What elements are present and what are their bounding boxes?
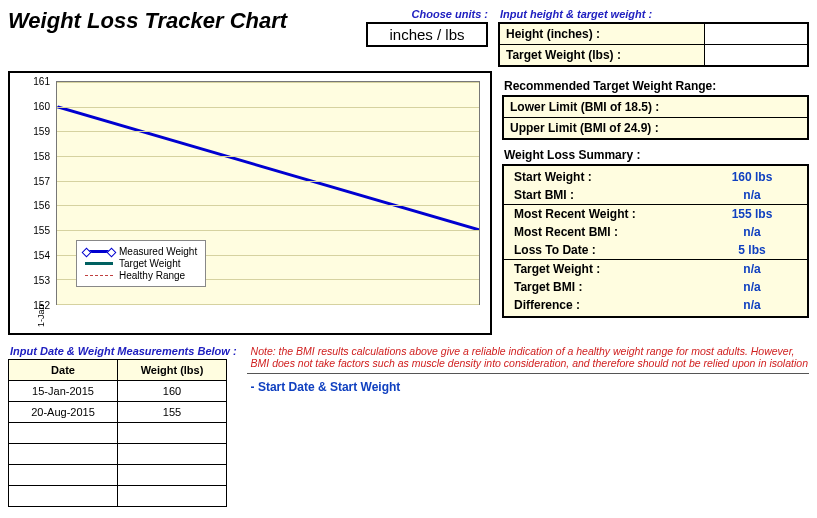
legend-swatch-range	[85, 275, 113, 276]
y-tick: 154	[10, 250, 50, 261]
target-weight-label: Target Weight (lbs) :	[500, 45, 704, 65]
start-date-arrow-label: - Start Date & Start Weight	[251, 380, 809, 394]
y-tick: 156	[10, 200, 50, 211]
summary-value-3: n/a	[707, 225, 797, 239]
cell-weight[interactable]	[118, 465, 227, 486]
chart-legend: Measured Weight Target Weight Healthy Ra…	[76, 240, 206, 287]
y-tick: 161	[10, 76, 50, 87]
cell-date[interactable]: 15-Jan-2015	[9, 381, 118, 402]
table-row: 20-Aug-2015155	[9, 402, 227, 423]
y-tick: 158	[10, 150, 50, 161]
page-title: Weight Loss Tracker Chart	[8, 8, 348, 34]
summary-box: Start Weight :160 lbs Start BMI :n/a Mos…	[502, 164, 809, 318]
table-row	[9, 423, 227, 444]
summary-value-5: n/a	[707, 262, 797, 276]
summary-label-2: Most Recent Weight :	[514, 207, 707, 221]
table-row	[9, 486, 227, 507]
cell-date[interactable]	[9, 423, 118, 444]
divider	[247, 373, 809, 374]
summary-label-4: Loss To Date :	[514, 243, 707, 257]
cell-weight[interactable]	[118, 486, 227, 507]
summary-value-4: 5 lbs	[707, 243, 797, 257]
lower-limit-label: Lower Limit (BMI of 18.5) :	[504, 97, 807, 118]
bmi-note: Note: the BMI results calculations above…	[251, 345, 809, 369]
y-tick: 159	[10, 125, 50, 136]
summary-section-head: Weight Loss Summary :	[504, 148, 809, 162]
cell-weight[interactable]: 155	[118, 402, 227, 423]
table-row	[9, 444, 227, 465]
height-target-box: Height (inches) : Target Weight (lbs) :	[498, 22, 809, 67]
y-tick: 152	[10, 300, 50, 311]
legend-label-0: Measured Weight	[119, 246, 197, 257]
legend-swatch-target	[85, 262, 113, 265]
summary-label-5: Target Weight :	[514, 262, 707, 276]
cell-date[interactable]	[9, 444, 118, 465]
y-tick: 155	[10, 225, 50, 236]
summary-value-6: n/a	[707, 280, 797, 294]
summary-value-0: 160 lbs	[707, 170, 797, 184]
table-header-date: Date	[9, 360, 118, 381]
cell-date[interactable]: 20-Aug-2015	[9, 402, 118, 423]
measurements-table: Date Weight (lbs) 15-Jan-2015160 20-Aug-…	[8, 359, 227, 507]
upper-limit-label: Upper Limit (BMI of 24.9) :	[504, 118, 807, 138]
legend-swatch-measured	[85, 250, 113, 253]
range-section-head: Recommended Target Weight Range:	[504, 79, 809, 93]
summary-label-3: Most Recent BMI :	[514, 225, 707, 239]
height-input[interactable]	[704, 24, 807, 44]
summary-label-0: Start Weight :	[514, 170, 707, 184]
cell-weight[interactable]	[118, 423, 227, 444]
summary-label-7: Difference :	[514, 298, 707, 312]
height-label: Height (inches) :	[500, 24, 704, 44]
table-row: 15-Jan-2015160	[9, 381, 227, 402]
summary-label-1: Start BMI :	[514, 188, 707, 202]
cell-date[interactable]	[9, 465, 118, 486]
table-header-weight: Weight (lbs)	[118, 360, 227, 381]
units-label: Choose units :	[358, 8, 488, 20]
range-box: Lower Limit (BMI of 18.5) : Upper Limit …	[502, 95, 809, 140]
target-weight-input[interactable]	[704, 45, 807, 65]
units-select[interactable]: inches / lbs	[366, 22, 488, 47]
measurements-section-head: Input Date & Weight Measurements Below :	[10, 345, 237, 357]
summary-label-6: Target BMI :	[514, 280, 707, 294]
input-section-head: Input height & target weight :	[500, 8, 809, 20]
summary-value-7: n/a	[707, 298, 797, 312]
summary-value-2: 155 lbs	[707, 207, 797, 221]
legend-label-2: Healthy Range	[119, 270, 185, 281]
y-tick: 160	[10, 100, 50, 111]
summary-value-1: n/a	[707, 188, 797, 202]
y-tick: 157	[10, 175, 50, 186]
cell-date[interactable]	[9, 486, 118, 507]
cell-weight[interactable]	[118, 444, 227, 465]
legend-label-1: Target Weight	[119, 258, 181, 269]
weight-chart: 1-Jan Measured Weight Target Weight Heal…	[8, 71, 492, 335]
y-tick: 153	[10, 275, 50, 286]
cell-weight[interactable]: 160	[118, 381, 227, 402]
svg-line-0	[57, 107, 479, 230]
table-row	[9, 465, 227, 486]
